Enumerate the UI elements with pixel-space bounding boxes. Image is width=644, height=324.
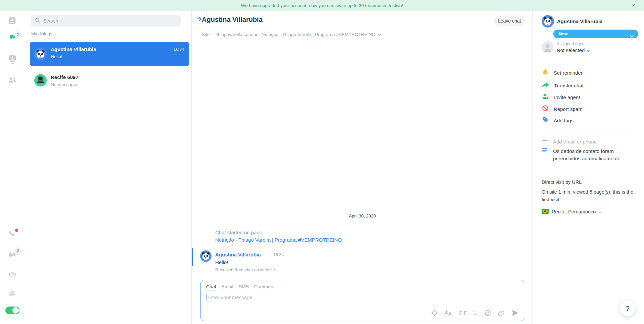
phone-alert-dot xyxy=(15,229,18,232)
gif-button[interactable]: GIF xyxy=(459,310,467,316)
dialog-time: 16:34 xyxy=(174,47,184,52)
chat-source-text: Site — thiagovarella.com.br - Nutrição -… xyxy=(202,32,375,37)
action-label: Report spam xyxy=(554,106,583,112)
status-dropdown[interactable]: New xyxy=(553,30,638,38)
message-meta: Received from chat on website xyxy=(215,267,275,272)
text-caret xyxy=(206,294,206,300)
dialog-name: Agustina Villarubia xyxy=(51,46,96,52)
divider xyxy=(542,65,637,65)
upgrade-banner: We have upgraded your account, now you c… xyxy=(0,0,644,11)
inbox-nav-button[interactable] xyxy=(8,16,17,26)
nav-rail: 2 3 xyxy=(0,11,25,324)
assigned-agent-label: Assigned agent xyxy=(557,42,586,46)
action-label: Transfer chat xyxy=(554,83,584,88)
team-icon xyxy=(8,77,17,85)
composer-toolbar: GIF \.. xyxy=(431,309,518,317)
chevron-down-icon xyxy=(378,32,381,37)
inbox-icon xyxy=(8,17,16,26)
message-accent-bar xyxy=(192,248,193,266)
dialogs-section-label: My dialogs xyxy=(31,31,52,36)
visitor-details-panel: Agustina Villarubia New Assigned agent N… xyxy=(532,11,644,324)
chat-source-selector[interactable]: Site — thiagovarella.com.br - Nutrição -… xyxy=(202,32,381,37)
dialog-preview: No messages xyxy=(51,82,79,87)
contacts-nav-button[interactable] xyxy=(8,55,17,65)
banner-text: We have upgraded your account, now you c… xyxy=(241,3,403,8)
message-author[interactable]: Agustina Villarubia xyxy=(215,252,261,257)
contact-card-icon xyxy=(9,55,16,65)
date-divider: April 30, 2020 xyxy=(200,213,524,218)
tab-sms[interactable]: SMS xyxy=(239,284,249,290)
tag-icon xyxy=(542,116,549,124)
help-button[interactable]: ? xyxy=(620,301,635,316)
search-icon xyxy=(35,17,40,24)
status-value: New xyxy=(559,30,568,38)
visitor-name: Agustina Villarubia xyxy=(557,18,603,24)
spy-badge: 3 xyxy=(15,247,21,253)
add-email-or-phone-action[interactable]: Add email or phone xyxy=(542,138,597,145)
dialog-item-selected[interactable]: Agustina Villarubia 16:34 Hello! xyxy=(30,42,189,66)
action-label: Add email or phone xyxy=(553,139,597,145)
agent-placeholder-avatar xyxy=(542,41,554,53)
dialogs-panel: My dialogs Agustina Villarubia 16:34 Hel… xyxy=(25,11,191,324)
team-nav-button[interactable] xyxy=(8,76,17,85)
report-spam-action[interactable]: Report spam xyxy=(542,105,583,113)
contact-autofill-note: Os dados de contato foram preenchidos au… xyxy=(542,148,639,162)
send-icon[interactable] xyxy=(511,309,518,317)
chevron-down-icon xyxy=(587,47,590,53)
chat-started-page-link[interactable]: Nutrição - Thiago Varella | Programa #VE… xyxy=(215,237,342,243)
visit-source-title: Direct visit by URL xyxy=(542,179,582,185)
online-status-toggle[interactable] xyxy=(5,307,19,314)
spy-nav-button[interactable]: 3 xyxy=(8,250,17,259)
divider-line xyxy=(200,216,344,216)
bell-icon xyxy=(542,69,549,77)
search-box[interactable] xyxy=(31,15,181,27)
message-composer[interactable]: Chat Email SMS Comment Enter your messag… xyxy=(200,280,524,321)
visitor-location[interactable]: Recife, Pernambuco xyxy=(542,209,602,215)
add-tags-action[interactable]: Add tags... xyxy=(542,117,578,124)
note-text: Os dados de contato foram preenchidos au… xyxy=(553,148,639,162)
settings-nav-button[interactable] xyxy=(8,289,17,299)
brazil-flag-icon xyxy=(542,209,549,215)
location-text: Recife, Pernambuco xyxy=(552,209,596,214)
set-reminder-action[interactable]: Set reminder xyxy=(542,69,583,76)
arrow-right-icon xyxy=(196,15,202,24)
search-input[interactable] xyxy=(43,18,171,24)
invite-agent-action[interactable]: Invite agent xyxy=(542,93,580,101)
tab-chat[interactable]: Chat xyxy=(206,284,216,290)
date-label: April 30, 2020 xyxy=(349,213,376,218)
dialog-name: Recife 6097 xyxy=(51,74,79,80)
pro-nav-button[interactable] xyxy=(8,270,17,279)
text-lines-icon xyxy=(542,148,548,162)
divider-line xyxy=(380,216,524,216)
close-icon[interactable]: × xyxy=(632,0,635,10)
message-time: 16:34 xyxy=(273,252,284,257)
emoji-icon[interactable] xyxy=(484,310,491,317)
message-text: Hello! xyxy=(215,259,228,265)
message-input-placeholder: Enter your message xyxy=(208,294,252,300)
chevron-down-icon xyxy=(599,209,602,214)
panda-avatar xyxy=(200,250,212,262)
visit-info-text: On site 1 min, viewed 5 page(s), this is… xyxy=(542,188,640,204)
person-add-icon xyxy=(542,93,549,101)
pointer-crosshair-icon[interactable] xyxy=(431,309,438,317)
action-label: Set reminder xyxy=(554,70,583,76)
chats-badge: 2 xyxy=(15,31,21,38)
divider xyxy=(542,176,637,176)
chats-nav-button[interactable]: 2 xyxy=(8,34,17,43)
quick-phrases-button[interactable]: \.. xyxy=(473,310,478,316)
panda-avatar xyxy=(34,48,47,60)
assigned-agent-selector[interactable]: Not selected xyxy=(557,47,590,53)
tab-email[interactable]: Email xyxy=(222,284,233,290)
dialog-item[interactable]: Recife 6097 No messages xyxy=(30,70,189,91)
plus-icon xyxy=(542,138,548,145)
chevron-down-icon xyxy=(630,33,634,39)
tab-comment[interactable]: Comment xyxy=(254,284,275,290)
transfer-chat-action[interactable]: Transfer chat xyxy=(542,82,584,89)
question-mark-label: ? xyxy=(626,305,630,313)
attachment-icon[interactable] xyxy=(498,310,505,317)
translate-icon[interactable] xyxy=(445,310,452,316)
telephony-nav-button[interactable] xyxy=(8,230,17,239)
chat-started-label: Chat started on page xyxy=(215,230,262,235)
leave-chat-button[interactable]: Leave chat xyxy=(494,15,525,26)
message-input[interactable]: Enter your message xyxy=(206,294,252,300)
